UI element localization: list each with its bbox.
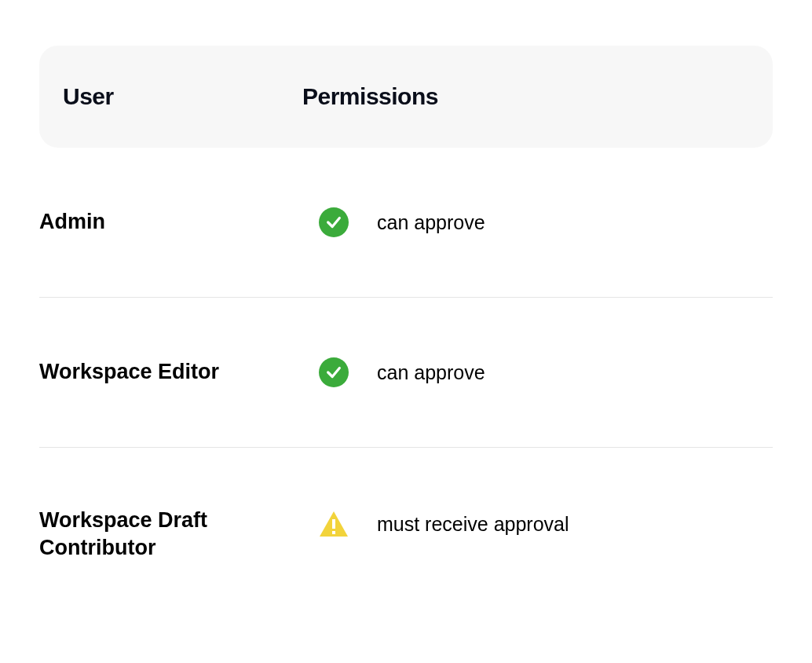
table-row: Admin can approve [39, 148, 773, 298]
permission-text: can approve [377, 361, 485, 384]
table-row: Workspace Editor can approve [39, 298, 773, 448]
permission-cell: can approve [318, 207, 485, 238]
permission-cell: must receive approval [318, 507, 569, 540]
table-body: Admin can approve Workspace Editor can a [39, 148, 773, 621]
permission-cell: can approve [318, 357, 485, 388]
role-name: Workspace Editor [39, 358, 318, 386]
svg-rect-1 [332, 531, 335, 534]
role-name: Workspace Draft Contributor [39, 507, 318, 562]
warning-icon [318, 508, 349, 540]
permissions-card: User Permissions Admin can approve Works… [0, 0, 812, 663]
permission-text: can approve [377, 211, 485, 234]
header-permissions-label: Permissions [302, 83, 438, 110]
check-icon [318, 357, 349, 388]
permission-text: must receive approval [377, 513, 569, 536]
check-icon [318, 207, 349, 238]
table-row: Workspace Draft Contributor must receive… [39, 448, 773, 621]
header-user-label: User [63, 83, 302, 110]
role-name: Admin [39, 208, 318, 236]
svg-rect-0 [332, 519, 335, 529]
table-header: User Permissions [39, 46, 773, 148]
